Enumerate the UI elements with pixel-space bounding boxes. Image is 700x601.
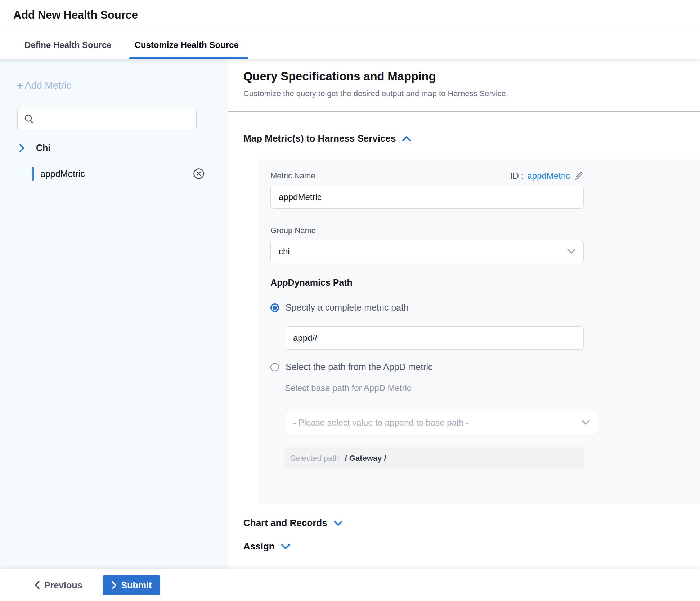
radio-complete-metric-path[interactable]: Specify a complete metric path — [270, 302, 700, 313]
previous-label: Previous — [44, 580, 82, 591]
modal-header: Add New Health Source — [0, 0, 700, 30]
radio-unselected-icon[interactable] — [270, 363, 279, 371]
content-area: + Add Metric Chi appdMetric — [0, 59, 700, 569]
base-path-select[interactable]: - Please select value to append to base … — [285, 411, 598, 434]
edit-id-button[interactable] — [574, 171, 584, 181]
metric-name-label: Metric Name — [270, 171, 315, 181]
selected-path-row: Selected path / Gateway / — [285, 447, 584, 469]
group-name-label: Group Name — [270, 226, 700, 235]
query-specifications-panel: Query Specifications and Mapping Customi… — [228, 59, 700, 569]
add-metric-label: Add Metric — [25, 80, 71, 91]
metric-name-input[interactable] — [270, 186, 584, 209]
tab-customize-health-source[interactable]: Customize Health Source — [132, 30, 241, 59]
health-source-tabbar: Define Health Source Customize Health So… — [0, 30, 700, 59]
base-path-label: Select base path for AppD Metric — [285, 383, 700, 393]
group-name-select[interactable]: chi — [270, 240, 584, 263]
metric-mapping-form: Metric Name ID : appdMetric Group Name c… — [259, 159, 700, 504]
group-item-label: Chi — [36, 143, 50, 153]
group-name-value: chi — [279, 246, 290, 257]
id-value-link[interactable]: appdMetric — [527, 171, 570, 181]
radio-select-path-label: Select the path from the AppD metric — [286, 362, 433, 372]
id-prefix-label: ID : — [510, 171, 524, 181]
chevron-up-icon[interactable] — [401, 135, 412, 142]
metric-item-label: appdMetric — [40, 169, 193, 179]
map-metrics-header: Map Metric(s) to Harness Services — [243, 133, 396, 144]
add-metric-button[interactable]: + Add Metric — [17, 80, 228, 91]
tab-label: Define Health Source — [24, 40, 111, 50]
pencil-icon — [574, 171, 584, 181]
metric-id-block: ID : appdMetric — [510, 171, 584, 181]
plus-icon: + — [17, 81, 23, 90]
chevron-down-icon[interactable] — [333, 520, 343, 526]
circle-cross-icon — [193, 168, 205, 180]
radio-complete-path-label: Specify a complete metric path — [286, 302, 409, 313]
submit-label: Submit — [121, 580, 152, 591]
search-icon — [23, 113, 35, 125]
chevron-right-icon — [111, 580, 117, 590]
tab-define-health-source[interactable]: Define Health Source — [22, 30, 113, 59]
chevron-right-icon[interactable] — [19, 143, 25, 153]
sidebar-divider — [32, 159, 205, 159]
wizard-footer: Previous Submit — [0, 569, 700, 601]
metric-search-box — [17, 108, 197, 130]
section-divider — [228, 111, 700, 112]
chevron-down-icon — [581, 419, 591, 426]
metric-name-label-row: Metric Name ID : appdMetric — [270, 171, 584, 181]
page-title: Add New Health Source — [13, 9, 138, 22]
delete-metric-button[interactable] — [193, 168, 205, 180]
chevron-down-icon — [567, 248, 576, 255]
radio-select-path-from-appd[interactable]: Select the path from the AppD metric — [270, 362, 700, 372]
search-input[interactable] — [38, 115, 189, 124]
complete-metric-path-input[interactable] — [285, 326, 584, 350]
assign-header: Assign — [243, 541, 275, 552]
chevron-left-icon — [34, 580, 40, 590]
submit-button[interactable]: Submit — [103, 575, 161, 595]
previous-button[interactable]: Previous — [34, 580, 82, 591]
section-subtitle: Customize the query to get the desired o… — [243, 89, 700, 98]
chart-and-records-section-toggle[interactable]: Chart and Records — [243, 517, 700, 529]
assign-section-toggle[interactable]: Assign — [243, 541, 700, 552]
metrics-sidebar: + Add Metric Chi appdMetric — [0, 59, 228, 569]
sidebar-group-chi[interactable]: Chi — [19, 143, 228, 153]
selected-indicator-bar — [32, 167, 34, 181]
map-metrics-section-toggle[interactable]: Map Metric(s) to Harness Services — [243, 133, 700, 144]
selected-path-value: / Gateway / — [345, 454, 386, 463]
section-title: Query Specifications and Mapping — [243, 70, 700, 83]
radio-selected-icon[interactable] — [270, 303, 279, 312]
sidebar-item-appdmetric[interactable]: appdMetric — [32, 164, 205, 183]
chart-and-records-header: Chart and Records — [243, 517, 327, 529]
tab-label: Customize Health Source — [134, 40, 238, 50]
appdynamics-path-header: AppDynamics Path — [270, 277, 700, 288]
chevron-down-icon[interactable] — [281, 543, 291, 550]
base-path-placeholder: - Please select value to append to base … — [293, 418, 469, 428]
selected-path-label: Selected path — [291, 454, 339, 463]
